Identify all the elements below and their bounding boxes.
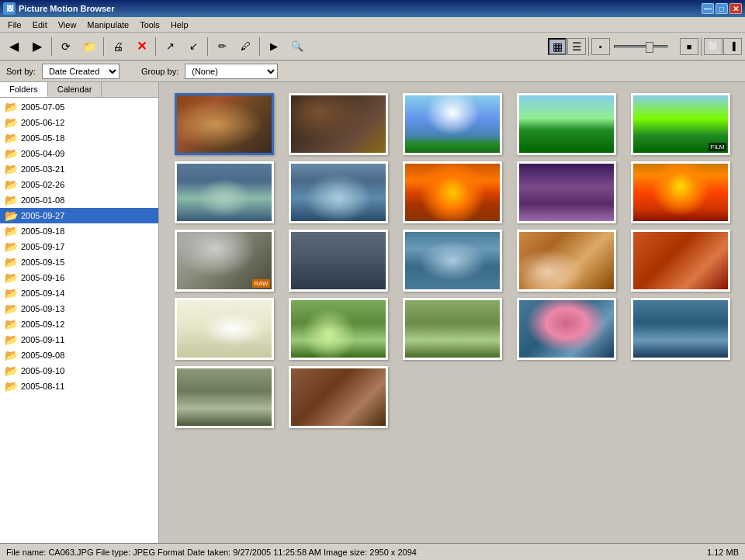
menu-item-view[interactable]: View — [54, 19, 81, 31]
status-text: File name: CA063.JPG File type: JPEG For… — [6, 548, 417, 557]
photo-item[interactable] — [170, 366, 278, 428]
folder-item[interactable]: 📂2005-09-12 — [0, 316, 158, 332]
folder-item[interactable]: 📂2005-09-14 — [0, 285, 158, 301]
folder-item[interactable]: 📂2005-02-26 — [0, 177, 158, 192]
print-button[interactable]: 🖨 — [107, 36, 129, 57]
photo-item[interactable] — [398, 298, 506, 360]
folder-item[interactable]: 📂2005-09-13 — [0, 301, 158, 316]
fullscreen-button[interactable]: ⬜ — [704, 38, 722, 55]
sort-select[interactable]: Date CreatedFile NameFile SizeDate Modif… — [42, 64, 120, 79]
minimize-button[interactable]: — — [702, 3, 714, 14]
folder-button[interactable]: 📁 — [78, 36, 100, 57]
photo-thumbnail — [403, 298, 502, 360]
photo-thumbnail — [289, 298, 388, 360]
photo-item[interactable] — [398, 93, 506, 155]
zoom-slider[interactable] — [614, 39, 676, 54]
close-button[interactable]: ✕ — [729, 3, 742, 14]
folder-label: 2005-09-15 — [21, 258, 64, 267]
folder-item[interactable]: 📂2005-09-17 — [0, 239, 158, 254]
view-list-button[interactable]: ☰ — [567, 38, 586, 55]
photo-item[interactable] — [284, 298, 392, 360]
folder-item[interactable]: 📂2005-09-16 — [0, 270, 158, 285]
tab-calendar[interactable]: Calendar — [48, 82, 102, 97]
folder-label: 2005-09-11 — [21, 335, 64, 344]
slideshow-button[interactable]: ▶ — [263, 36, 285, 57]
folder-label: 2005-07-05 — [21, 102, 64, 112]
photo-overlay — [291, 95, 386, 153]
photo-item[interactable] — [512, 161, 620, 223]
photo-item[interactable]: RAW — [170, 230, 278, 292]
folder-item[interactable]: 📂2005-04-09 — [0, 146, 158, 161]
folder-item[interactable]: 📂2005-06-12 — [0, 115, 158, 130]
folder-label: 2005-09-18 — [21, 226, 64, 236]
photo-thumbnail — [517, 230, 616, 292]
edit-button[interactable]: ✏ — [211, 36, 233, 57]
folder-item[interactable]: 📂2005-07-05 — [0, 99, 158, 115]
photo-item[interactable] — [170, 298, 278, 360]
photo-item[interactable] — [284, 161, 392, 223]
view-large-button[interactable]: ■ — [680, 38, 698, 55]
photo-item[interactable] — [512, 93, 620, 155]
menu-item-file[interactable]: File — [3, 19, 26, 31]
folder-item[interactable]: 📂2005-09-08 — [0, 347, 158, 363]
photo-item[interactable] — [398, 230, 506, 292]
maximize-button[interactable]: □ — [716, 3, 728, 14]
menu-item-tools[interactable]: Tools — [135, 19, 165, 31]
folder-item[interactable]: 📂2005-09-27 — [0, 208, 158, 223]
folder-item[interactable]: 📂2005-09-11 — [0, 332, 158, 347]
group-select[interactable]: (None)DateFolderType — [185, 64, 278, 79]
photo-item[interactable] — [284, 366, 392, 428]
main-area: Folders Calendar 📂2005-07-05📂2005-06-12📂… — [0, 82, 745, 543]
photo-item[interactable]: FILM — [626, 93, 734, 155]
export-button[interactable]: ↗ — [159, 36, 181, 57]
photo-thumbnail — [517, 93, 616, 155]
sidebar-toggle-button[interactable]: ▐ — [723, 38, 742, 55]
zoom-thumb[interactable] — [646, 42, 653, 53]
delete-button[interactable]: ✕ — [130, 36, 152, 57]
view-grid-button[interactable]: ▦ — [548, 38, 567, 55]
photo-item[interactable] — [170, 93, 278, 155]
photo-item[interactable] — [170, 161, 278, 223]
folder-icon: 📂 — [5, 163, 18, 175]
refresh-button[interactable]: ⟳ — [55, 36, 77, 57]
menu-item-help[interactable]: Help — [166, 19, 193, 31]
folder-item[interactable]: 📂2005-09-15 — [0, 254, 158, 270]
folder-item[interactable]: 📂2005-09-18 — [0, 223, 158, 239]
menu-item-edit[interactable]: Edit — [28, 19, 52, 31]
folder-label: 2005-09-08 — [21, 351, 64, 360]
back-button[interactable]: ◀ — [3, 36, 25, 57]
forward-button[interactable]: ▶ — [26, 36, 48, 57]
photo-item[interactable] — [284, 93, 392, 155]
photo-item[interactable] — [284, 230, 392, 292]
photo-item[interactable] — [626, 161, 734, 223]
zoom-track — [614, 45, 668, 48]
folder-item[interactable]: 📂2005-01-08 — [0, 192, 158, 208]
photo-item[interactable] — [512, 230, 620, 292]
folder-list[interactable]: 📂2005-07-05📂2005-06-12📂2005-05-18📂2005-0… — [0, 98, 158, 543]
photo-thumbnail — [631, 298, 730, 360]
group-label: Group by: — [141, 67, 178, 76]
toolbar-separator-6 — [588, 37, 589, 56]
toolbar-separator-2 — [103, 37, 104, 56]
photo-area[interactable]: FILMRAW — [159, 82, 745, 543]
folder-item[interactable]: 📂2005-08-11 — [0, 379, 158, 394]
folder-item[interactable]: 📂2005-09-10 — [0, 363, 158, 379]
folder-item[interactable]: 📂2005-03-21 — [0, 161, 158, 177]
photo-thumbnail — [403, 93, 502, 155]
folder-icon: 📂 — [5, 380, 18, 392]
photo-item[interactable] — [398, 161, 506, 223]
toolbar-separator-4 — [207, 37, 208, 56]
search-button[interactable]: 🔍 — [286, 36, 308, 57]
toolbar-separator-5 — [259, 37, 260, 56]
folder-icon: 📂 — [5, 256, 18, 268]
view-small-button[interactable]: ▪ — [591, 38, 610, 55]
photo-item[interactable] — [626, 230, 734, 292]
photo-item[interactable] — [512, 298, 620, 360]
photo-item[interactable] — [626, 298, 734, 360]
folder-item[interactable]: 📂2005-05-18 — [0, 130, 158, 146]
tab-folders[interactable]: Folders — [0, 82, 48, 97]
annotate-button[interactable]: 🖊 — [234, 36, 256, 57]
import-button[interactable]: ↙ — [182, 36, 204, 57]
folder-label: 2005-09-10 — [21, 366, 64, 375]
menu-item-manipulate[interactable]: Manipulate — [82, 19, 133, 31]
